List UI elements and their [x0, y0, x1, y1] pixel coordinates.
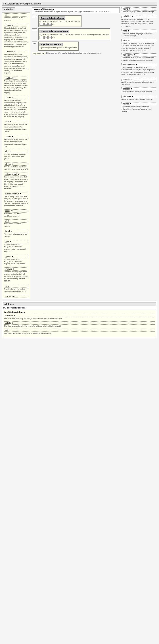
right-item-name: broader ▼: [122, 87, 157, 90]
attr-item: custom ▼Indicates whether the correspond…: [4, 96, 28, 118]
attr-desc: If the attribute is not defined, specifi…: [4, 27, 28, 48]
attr-desc: Indicates by which means the value was e…: [4, 138, 28, 148]
right-concept-item: narrower ▼An identifier of a more specif…: [122, 95, 157, 100]
attr-desc: A qualified code which identifies a conc…: [4, 213, 28, 218]
attr-item: idThe local identifier of the property.: [4, 14, 28, 22]
attr-name: xmllang ▼: [4, 268, 28, 270]
right-column: name ▼A natural language name for the co…: [122, 7, 157, 112]
right-concept-item: facet ▼In NAR 1.8 and later, facet is de…: [122, 39, 157, 52]
attr-desc: One or many constraints that apply to pu…: [4, 176, 28, 190]
attr-item: creator ▼If the attribute is not defined…: [4, 24, 28, 48]
right-concept-item: note ▼Additional natural language inform…: [122, 29, 157, 37]
attr-name: typeuri ▼: [4, 255, 28, 258]
attr-desc: If the attribute is empty, specifies whi…: [4, 53, 28, 74]
time-validity-box: timeValidityAttributes validfrom ▼The da…: [3, 310, 156, 337]
attr-desc: Why the metadata has been included - exp…: [4, 166, 28, 170]
right-item-desc: A property where the relationship is dif…: [122, 106, 155, 112]
org-details-box: organisationDetails ▼ A group of propert…: [38, 42, 78, 51]
concept-def-row: ..... ConceptDefinitionGroup A group of …: [32, 15, 120, 27]
right-item-name: hierarchyInfo ▼: [122, 63, 157, 66]
attr-desc: A URI which identifies a concept.: [4, 223, 28, 228]
concept-rel-mult: 0..n: [52, 36, 56, 38]
right-concept-item: definition ▼A natural language definitio…: [122, 15, 157, 28]
conn-symbol-3: .....: [32, 42, 37, 44]
right-item-desc: The position(s) of a concept in a hierar…: [122, 66, 155, 76]
right-item-name: name ▼: [122, 7, 157, 10]
concept-rel-group-row: ..... ⬡ ⬡ 0..n: [40, 36, 109, 39]
right-concept-item: name ▼A natural language name for the co…: [122, 7, 157, 13]
org-details-title: organisationDetails ▼: [40, 43, 63, 46]
attr-desc: The directionality of textual content (e…: [4, 288, 28, 293]
concept-def-group-box: ConceptDefinitionGroup A group of proper…: [38, 15, 82, 27]
attr-item: any ##other: [4, 295, 28, 298]
attr-item: why ▼Why the metadata has been included …: [4, 150, 28, 160]
tv-attr-name: validto ▼: [4, 322, 155, 324]
time-validity-title: timeValidityAttributes: [4, 311, 155, 313]
right-item-name: narrower ▼: [122, 95, 157, 98]
diagram-title: FlexOrganisationPropType (extension): [2, 2, 157, 6]
attr-desc: A free-text value assigned as concept.: [4, 233, 28, 238]
attr-item: type ▼The type of the concept, assigned …: [4, 240, 28, 253]
concept-rel-group-title: ConceptRelationshipsGroup: [40, 30, 69, 33]
concept-def-group-row: ..... ⬡ ⬡ 0..1: [40, 23, 80, 26]
conn-inner-box-4: ⬡: [48, 36, 52, 39]
right-concept-item: broader ▼An identifier of a more general…: [122, 87, 157, 93]
tv-attr-name: note: [4, 328, 155, 332]
right-item-desc: An identifier of a more general concept: [122, 91, 155, 93]
attr-name: literal ▼: [4, 230, 28, 233]
attr-item: dir ▼The directionality of textual conte…: [4, 284, 28, 293]
attr-desc: Specifies the language of this property …: [4, 271, 28, 282]
right-item-name: related ▼: [122, 102, 157, 105]
top-section: attributes idThe local identifier of the…: [2, 7, 157, 299]
tv-attr-item: validto ▼The date (and, optionally, the …: [4, 322, 155, 327]
attr-name: modified ▼: [4, 76, 28, 80]
attr-name: how ▼: [4, 120, 28, 123]
attr-name: qcode ▼: [4, 210, 28, 212]
attr-list: idThe local identifier of the property.c…: [2, 12, 30, 299]
attr-name: whyuri ▼: [4, 162, 28, 166]
attr-name: creatoruri ▼: [4, 50, 28, 53]
attr-desc: The type of the concept, assigned as con…: [4, 243, 28, 253]
right-concept-item: remoteInfo ▼A link to an item or a web r…: [122, 53, 157, 62]
conn-inner-3: .....: [40, 36, 44, 39]
attr-item: howuri ▼Indicates by which means the val…: [4, 135, 28, 148]
right-item-name: sameAs ▼: [122, 78, 157, 81]
attr-desc: The date (and, optionally, the time) whe…: [4, 80, 28, 94]
conn-inner-box-2: ⬡: [48, 23, 52, 26]
attr-item: pubconstraint ▼One or many constraints t…: [4, 172, 28, 190]
concept-def-group-title: ConceptDefinitionGroup: [40, 16, 65, 20]
attr-name: dir ▼: [4, 284, 28, 288]
bottom-section: attributes any timeValidityAttributes ti…: [2, 301, 157, 338]
tv-attr-desc: The date (and, optionally, the time) aft…: [4, 325, 155, 327]
attr-item: modified ▼The date (and, optionally, the…: [4, 76, 28, 94]
attr-desc: The local identifier of the property.: [4, 17, 28, 22]
attr-item: how ▼Indicates by which means the value …: [4, 120, 28, 133]
attr-desc: One or many constraints that apply to pu…: [4, 196, 28, 207]
attr-name: any ##other: [4, 295, 28, 298]
tv-attr-item: noteExpresses the overall time period of…: [4, 328, 155, 334]
right-item-desc: An identifier of a more specific concept…: [122, 98, 155, 100]
conn-inner-box-1: ⬡: [44, 23, 48, 26]
right-item-desc: In NAR 1.8 and later, facet is deprecate…: [122, 42, 155, 52]
conn-symbol-2: .....: [32, 28, 37, 31]
concept-rel-row: ..... ConceptRelationshipsGroup A group …: [32, 28, 120, 40]
attr-desc: The type of the concept assigned as cont…: [4, 258, 28, 265]
tv-attr-desc: The date (and optionally, the time) befo…: [4, 318, 155, 320]
attr-desc: Why the metadata has been included - exp…: [4, 153, 28, 160]
conn-inner-box-3: ⬡: [44, 36, 48, 39]
concept-def-mult: 0..1: [52, 24, 56, 26]
right-item-name: definition ▼: [122, 15, 157, 18]
attr-desc: Indicates by which means the value was e…: [4, 124, 28, 133]
tv-attr-name: validfrom ▼: [4, 314, 155, 317]
attr-name: uri ▼: [4, 220, 28, 222]
attr-name: pubconstrainturi ▼: [4, 192, 28, 195]
attributes-header: attributes: [2, 7, 15, 11]
right-item-name: remoteInfo ▼: [122, 53, 157, 56]
attr-name: pubconstraint ▼: [4, 172, 28, 176]
person-aff-type-box: PersonAffiliationType The type for an af…: [32, 7, 120, 14]
right-item-name: note ▼: [122, 29, 157, 32]
attr-name: custom ▼: [4, 96, 28, 99]
attr-name: creator ▼: [4, 24, 28, 27]
time-validity-group-label: any timeValidityAttributes: [3, 307, 156, 309]
right-item-desc: Additional natural language information …: [122, 32, 155, 37]
